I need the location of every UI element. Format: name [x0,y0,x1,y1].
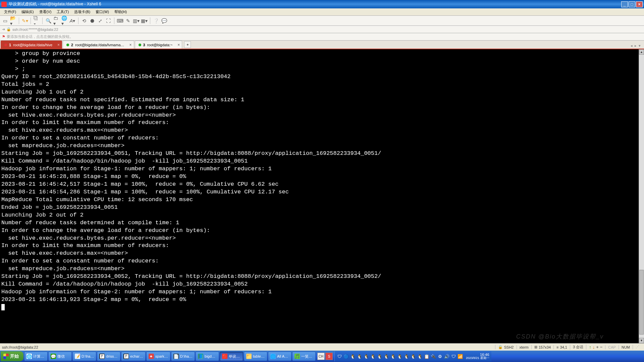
tray-icon-3[interactable]: 🐧 [357,354,362,359]
taskbar-app-4[interactable]: 🅿echar… [121,352,146,361]
tray-icon-12[interactable]: 🐧 [417,354,423,359]
lang-indicator[interactable]: CH [317,353,325,360]
session-nav[interactable]: ↑↓+− [586,345,605,350]
highlight-icon[interactable]: ✎▾ [22,18,28,24]
address-text[interactable]: ssh://root:******@bigdata:22 [12,27,58,32]
pos-icon: ≡ [556,345,558,349]
open-session-icon[interactable]: 📂▾ [10,18,16,24]
tab-number: 3 [143,43,145,47]
refresh-icon[interactable]: ⟲ [81,18,87,24]
menu-window[interactable]: 窗口(W) [93,9,112,15]
tray-icon-5[interactable]: 🐧 [370,354,376,359]
tab-label: root@bigdata:/data/hive [13,43,52,47]
scroll-up-icon[interactable]: ▲ [639,49,644,55]
language-bar[interactable]: CH S [317,352,333,361]
wand-icon[interactable]: ✎ [125,18,131,24]
taskbar-app-3[interactable]: 🅿driss… [97,352,120,361]
tray-icon-4[interactable]: 🐧 [364,354,369,359]
globe-icon[interactable]: 🌐▾ [61,18,67,24]
tab-next-icon[interactable]: ▸ [634,43,637,49]
tab-close-icon[interactable]: × [129,43,132,47]
status-ssh: SSH2 [504,345,514,349]
app-icon [1,2,7,7]
keyboard-icon[interactable]: ⌨ [117,18,123,24]
scroll-thumb[interactable] [639,270,644,335]
taskbar-app-5[interactable]: ✦spark… [146,352,170,361]
arrow-icon[interactable]: ➔ [2,27,5,32]
layout2-icon[interactable]: ▦▾ [141,18,147,24]
taskbar-app-label: D:\ha… [180,354,193,358]
stop-icon[interactable]: ⬣ [89,18,95,24]
tray-clock[interactable]: 16:46 2023/8/21 星期一 [466,353,489,360]
new-session-icon[interactable]: ▭ [2,18,8,24]
tray-icon-11[interactable]: 🐧 [411,354,416,359]
tray-icon-17[interactable]: 🛡 [451,354,456,359]
tray-icon-6[interactable]: 🐧 [377,354,382,359]
help-icon[interactable]: ❔ [153,18,159,24]
session-tab-3[interactable]: 3root@bigdata:~× [135,41,182,49]
tab-prev-icon[interactable]: ◂ [630,43,633,49]
taskbar-app-10[interactable]: 🌐All A… [268,352,291,361]
copy-icon[interactable]: ⿻▾ [34,18,40,24]
menu-view[interactable]: 查看(V) [37,9,54,15]
lock-icon[interactable]: ⤢ [97,18,103,24]
tray-icon-0[interactable]: 🛡 [337,354,342,359]
expand-icon[interactable]: ⛶ [105,18,111,24]
new-tab-button[interactable]: + [184,41,191,48]
chat-icon[interactable]: 💬 [161,18,167,24]
tray-icon-14[interactable]: 🔌 [431,354,436,359]
tray-icon-10[interactable]: 🐧 [404,354,409,359]
taskbar-app-icon: 🔴 [222,354,227,359]
menu-help[interactable]: 帮助(H) [112,9,129,15]
session-tab-1[interactable]: 1root@bigdata:/data/hive× [1,41,62,49]
start-button[interactable]: 开始 [1,351,23,361]
menu-tools[interactable]: 工具(T) [54,9,71,15]
search-icon[interactable]: 🔍 [45,18,51,24]
taskbar-app-icon: 🌐 [26,354,32,359]
taskbar-app-11[interactable]: 🎵一笑… [292,352,316,361]
tray-icon-2[interactable]: 🐧 [350,354,356,359]
tray-icon-13[interactable]: 📋 [424,354,429,359]
window-titlebar: 毕设测试虚拟机 - root@bigdata:/data/hive - Xshe… [0,0,644,8]
taskbar-app-label: table… [253,354,265,358]
taskbar-app-icon: 🌐 [270,354,276,359]
font-icon[interactable]: A▾ [69,18,75,24]
size-icon: ⊞ [534,345,537,349]
taskbar-app-2[interactable]: 📝D:\ha… [72,352,96,361]
taskbar-app-label: bigd… [205,354,215,358]
taskbar-app-8[interactable]: 🔴毕设… [220,352,243,361]
folder-icon[interactable]: 🗀▾ [53,18,59,24]
menu-file[interactable]: 文件(F) [1,9,19,15]
menu-tab[interactable]: 选项卡(B) [71,9,93,15]
resize-grip-icon[interactable]: ⋰ [633,345,642,349]
taskbar-app-0[interactable]: 🌐计算… [24,352,48,361]
ime-indicator[interactable]: S [325,353,333,360]
tab-menu-icon[interactable]: ▾ [638,43,641,49]
tab-number: 1 [9,43,11,47]
taskbar-app-9[interactable]: 📁table… [244,352,267,361]
layout1-icon[interactable]: ▥▾ [133,18,139,24]
tray-icon-9[interactable]: 🐧 [397,354,402,359]
taskbar-app-icon: 📘 [198,354,203,359]
tray-icon-15[interactable]: ⚙ [437,354,443,359]
tray-icon-7[interactable]: 🐧 [384,354,389,359]
maximize-button[interactable]: □ [629,1,635,7]
terminal-scrollbar[interactable]: ▲ ▼ [639,49,644,343]
taskbar-app-7[interactable]: 📘bigd… [196,352,219,361]
minimize-button[interactable]: _ [621,1,628,7]
tray-icon-18[interactable]: 📶 [458,354,463,359]
tray-icon-8[interactable]: 🐧 [390,354,396,359]
tray-icon-1[interactable]: 🔵 [343,354,349,359]
terminal-output[interactable]: > group by province > order by num desc … [0,49,644,343]
taskbar-app-6[interactable]: 📄D:\ha… [171,352,195,361]
tab-close-icon[interactable]: × [57,43,60,47]
close-window-button[interactable]: × [636,1,643,7]
status-pos: 34,1 [560,345,567,349]
tab-close-icon[interactable]: × [177,43,180,47]
session-tab-2[interactable]: 2root@bigdata:/data/lvmama…× [63,41,134,49]
menu-edit[interactable]: 编辑(E) [19,9,37,15]
status-term: xterm [517,345,532,349]
taskbar-app-1[interactable]: 💬微信 [48,352,72,361]
tray-icon-16[interactable]: 🔊 [444,354,449,359]
scroll-down-icon[interactable]: ▼ [639,338,644,343]
